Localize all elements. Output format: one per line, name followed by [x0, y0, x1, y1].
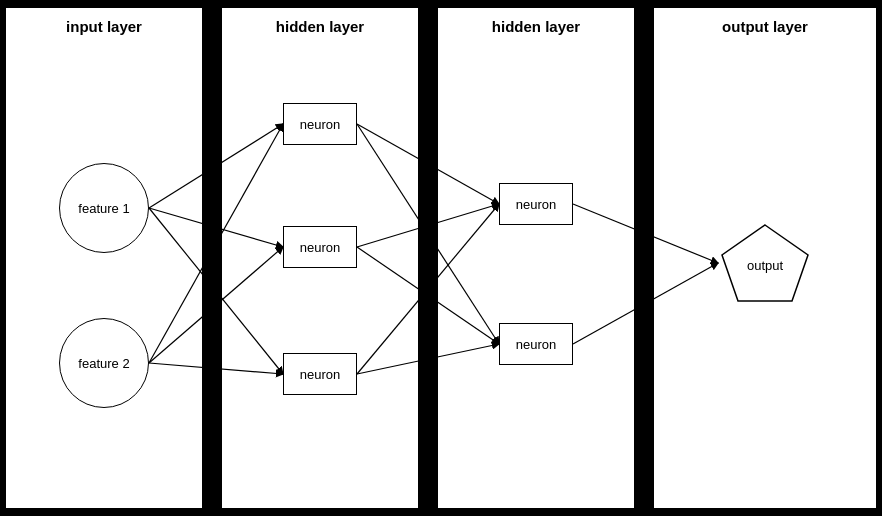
hidden-layer-1-title: hidden layer [222, 8, 418, 35]
hidden-layer-1-panel: hidden layer neuron neuron neuron [222, 8, 418, 508]
output-layer-title: output layer [654, 8, 876, 35]
output-layer-panel: output layer output [654, 8, 876, 508]
feature-1-node: feature 1 [59, 163, 149, 253]
hidden1-neuron1: neuron [283, 103, 357, 145]
output-node: output [720, 223, 810, 303]
hidden2-neuron1: neuron [499, 183, 573, 225]
hidden-layer-2-panel: hidden layer neuron neuron [438, 8, 634, 508]
input-layer-title: input layer [6, 8, 202, 35]
input-layer-panel: input layer feature 1 feature 2 [6, 8, 202, 508]
svg-text:output: output [747, 258, 784, 273]
feature-2-node: feature 2 [59, 318, 149, 408]
hidden2-neuron2: neuron [499, 323, 573, 365]
hidden1-neuron3: neuron [283, 353, 357, 395]
hidden-layer-2-title: hidden layer [438, 8, 634, 35]
hidden1-neuron2: neuron [283, 226, 357, 268]
